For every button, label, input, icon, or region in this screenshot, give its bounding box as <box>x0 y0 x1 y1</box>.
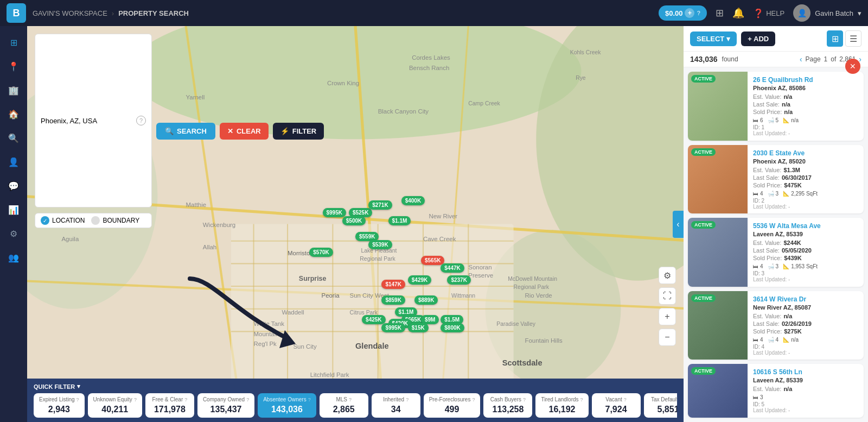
location-option[interactable]: ✓ LOCATION <box>41 216 85 225</box>
workspace-label[interactable]: GAVIN'S WORKSPACE <box>33 9 107 17</box>
filter-tile[interactable]: Inherited ? 34 <box>372 393 420 418</box>
clear-button[interactable]: ✕ CLEAR <box>220 123 269 140</box>
active-badge: ACTIVE <box>691 75 716 83</box>
est-value: $244K <box>783 240 801 246</box>
search-button[interactable]: 🔍 SEARCH <box>156 123 215 140</box>
property-card[interactable]: ACTIVE 5536 W Alta Mesa Ave Laveen AZ, 8… <box>688 218 864 287</box>
sidebar-item-chart[interactable]: 📊 <box>4 200 23 219</box>
quick-filter-chevron-icon: ▾ <box>77 383 80 390</box>
filter-tile[interactable]: Expired Listing ? 2,943 <box>34 393 85 418</box>
price-pin[interactable]: $425K <box>362 315 385 324</box>
sidebar-item-house[interactable]: 🏠 <box>4 104 23 124</box>
results-count: 143,036 <box>690 55 718 64</box>
list-view-button[interactable]: ☰ <box>845 30 861 47</box>
sidebar-item-home[interactable]: ⊞ <box>4 33 23 52</box>
property-card[interactable]: ACTIVE 3614 W Rivera Dr New River AZ, 85… <box>688 291 864 360</box>
price-pin[interactable]: $429K <box>408 275 431 285</box>
filter-tile[interactable]: MLS ? 2,865 <box>320 393 368 418</box>
property-card[interactable]: ACTIVE 26 E Quailbrush Rd Phoenix AZ, 85… <box>688 72 864 141</box>
sidebar-item-search[interactable]: 🔍 <box>4 128 23 148</box>
filter-tile[interactable]: Pre-Foreclosures ? 499 <box>424 393 481 418</box>
price-pin[interactable]: $147K <box>381 280 405 289</box>
property-image: ACTIVE <box>688 291 748 360</box>
filter-tile-count: 5,851 <box>649 405 677 414</box>
sqft-info: 📐 n/a <box>783 337 799 343</box>
price-pin[interactable]: $570K <box>309 248 333 257</box>
svg-text:Litchfield Park: Litchfield Park <box>310 371 349 378</box>
property-est-value-row: Est. Value: n/a <box>753 93 858 100</box>
map-zoom-out-button[interactable]: − <box>659 329 676 346</box>
sidebar-item-buildings[interactable]: 🏢 <box>4 80 23 100</box>
price-pin[interactable]: $565K <box>421 256 444 265</box>
filter-tile-label: Tired Landlords ? <box>541 396 583 402</box>
balance-button[interactable]: $0.00 + ? <box>659 5 707 21</box>
filter-tile[interactable]: Unknown Equity ? 40,211 <box>88 393 142 418</box>
search-input[interactable] <box>41 117 132 125</box>
prev-page-button[interactable]: ‹ <box>800 55 802 64</box>
sidebar-item-user[interactable]: 👤 <box>4 152 23 172</box>
close-map-button[interactable]: ✕ <box>845 59 860 74</box>
sidebar-item-settings[interactable]: ⚙ <box>4 224 23 243</box>
map-fullscreen-button[interactable]: ⛶ <box>659 287 676 305</box>
sqft-info: 📐 n/a <box>783 117 799 123</box>
price-pin[interactable]: $15K <box>408 323 429 332</box>
filter-tile[interactable]: Cash Buyers ? 113,258 <box>483 393 532 418</box>
price-pin[interactable]: $447K <box>441 263 464 273</box>
filter-icon: ⚡ <box>280 127 289 135</box>
beds-info: 🛏 4 <box>753 337 763 343</box>
filter-tile-label: Tax Defaults ? <box>649 396 677 402</box>
property-amenities: 🛏 6 🛁 5 📐 n/a <box>753 117 858 123</box>
location-toggle: ✓ LOCATION BOUNDARY <box>35 213 152 228</box>
price-pin[interactable]: $995K <box>381 323 405 332</box>
filter-tile[interactable]: Absentee Owners ? 143,036 <box>258 393 316 418</box>
map-zoom-in-button[interactable]: + <box>659 308 676 325</box>
last-sale: 05/05/2020 <box>782 247 812 254</box>
property-card[interactable]: ACTIVE 10616 S 56th Ln Laveen AZ, 85339 … <box>688 364 864 418</box>
property-last-updated: Last Updated: - <box>753 276 858 282</box>
add-button[interactable]: + ADD <box>741 32 775 46</box>
boundary-circle-icon <box>91 216 100 225</box>
filter-help-icon: ? <box>580 397 583 402</box>
property-card[interactable]: ACTIVE 2030 E State Ave Phoenix AZ, 8502… <box>688 145 864 214</box>
logo[interactable]: B <box>7 3 26 23</box>
est-value-label: Est. Value: <box>753 93 781 100</box>
sold-price: n/a <box>784 109 793 115</box>
sidebar-item-chat[interactable]: 💬 <box>4 176 23 196</box>
filter-tile[interactable]: Tired Landlords ? 16,192 <box>535 393 588 418</box>
property-id: ID: 3 <box>753 270 858 276</box>
sidebar-item-map[interactable]: 📍 <box>4 56 23 76</box>
notification-button[interactable]: 🔔 <box>732 7 744 19</box>
filter-tile-count: 2,865 <box>325 405 363 414</box>
property-est-value-row: Est. Value: n/a <box>753 386 858 392</box>
svg-text:Glendale: Glendale <box>355 342 389 350</box>
price-pin[interactable]: $539K <box>368 240 392 249</box>
filter-tile[interactable]: Company Owned ? 135,437 <box>197 393 254 418</box>
grid-nav-button[interactable]: ⊞ <box>716 7 724 19</box>
add-btn-label: + ADD <box>748 35 769 43</box>
filter-tile[interactable]: Tax Defaults ? 5,851 <box>644 393 677 418</box>
map-controls: ⚙ ⛶ + − <box>659 267 676 346</box>
filter-tile-count: 16,192 <box>541 405 583 414</box>
main-container: ⊞ 📍 🏢 🏠 🔍 👤 💬 📊 ⚙ 👥 <box>0 26 868 422</box>
filter-tile[interactable]: Vacant ? 7,924 <box>592 393 641 418</box>
boundary-option[interactable]: BOUNDARY <box>91 216 139 225</box>
filter-help-icon: ? <box>472 397 475 402</box>
select-button[interactable]: SELECT ▾ <box>690 32 737 46</box>
sidebar-item-team[interactable]: 👥 <box>4 248 23 267</box>
search-help-icon[interactable]: ? <box>136 116 146 125</box>
price-pin[interactable]: $800K <box>441 323 464 332</box>
price-pin[interactable]: $859K <box>381 295 405 305</box>
filter-tile-label: Absentee Owners ? <box>263 396 311 402</box>
price-pin[interactable]: $889K <box>414 295 438 305</box>
svg-text:Scottsdale: Scottsdale <box>502 358 542 367</box>
grid-view-button[interactable]: ⊞ <box>827 30 843 47</box>
user-menu[interactable]: 👤 Gavin Batch ▾ <box>793 4 861 22</box>
help-button[interactable]: ❓ HELP <box>753 8 784 18</box>
price-pin[interactable]: $237K <box>447 275 470 285</box>
property-id: ID: 2 <box>753 198 858 204</box>
collapse-panel-button[interactable]: ‹ <box>673 211 684 238</box>
filter-tile[interactable]: Free & Clear ? 171,978 <box>145 393 194 418</box>
filter-button[interactable]: ⚡ FILTER <box>273 123 324 140</box>
svg-text:Wittmann: Wittmann <box>451 293 475 299</box>
map-settings-button[interactable]: ⚙ <box>659 267 676 284</box>
